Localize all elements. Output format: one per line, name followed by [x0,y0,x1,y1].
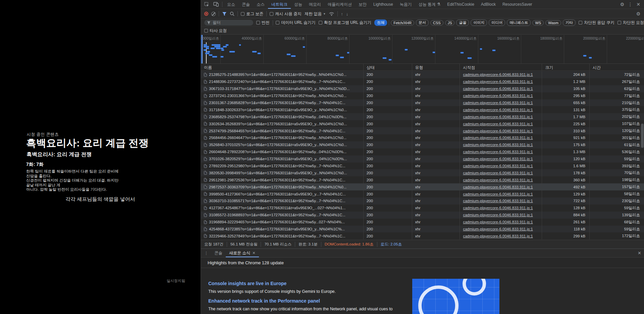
column-header-initiator[interactable]: 시작점 [460,64,542,71]
table-row[interactable]: 30363710-31085571?o=1&v=86&e=1727663011&… [201,197,644,205]
initiator-link[interactable]: cadmium-playercore-6.0046.833.911.js:1 [463,150,533,154]
tab-보안[interactable]: 보안 [355,0,370,9]
drawer-tab-console[interactable]: 콘솔 [211,249,226,257]
initiator-link[interactable]: cadmium-playercore-6.0046.833.911.js:1 [463,192,533,196]
disable-cache-checkbox[interactable]: 캐시 사용 중지 [270,11,302,17]
tab-애플리케이션[interactable]: 애플리케이션 [324,0,355,9]
request-name[interactable]: 32229466-32527849?o=1&v=86&e=1727663011&… [201,232,364,239]
clear-network-log-icon[interactable] [211,12,216,16]
close-drawer-icon[interactable]: ✕ [638,251,641,256]
request-name[interactable]: 31968894-32229465?o=1&v=86&e=1727663011&… [201,219,364,226]
tab-resourcessaver[interactable]: ResourcesSaver [499,0,536,9]
initiator-link[interactable]: cadmium-playercore-6.0046.833.911.js:1 [463,178,533,182]
tab-콘솔[interactable]: 콘솔 [238,0,253,9]
filter-chip-문서[interactable]: 문서 [416,19,429,26]
request-name[interactable]: 21488396-22737240?o=1&v=86&e=1727663011&… [201,78,364,85]
initiator-link[interactable]: cadmium-playercore-6.0046.833.911.js:1 [463,227,533,231]
request-name[interactable]: 22737241-23031366?o=1&v=86&e=1727663011&… [201,92,364,99]
initiator-link[interactable]: cadmium-playercore-6.0046.833.911.js:1 [463,73,533,77]
drawer-menu-icon[interactable]: ⋮ [201,249,211,257]
request-name[interactable]: 3302634-3526839?o=1&v=86&e=1727663011&t=… [201,120,364,127]
section-heading-link[interactable]: Enhanced network track in the Performanc… [208,298,406,304]
table-row[interactable]: 26604648-27892208?o=1&v=86&e=1727663011&… [201,148,644,155]
settings-gear-icon[interactable]: ⚙ [619,2,625,7]
search-icon[interactable] [230,11,234,16]
initiator-link[interactable]: cadmium-playercore-6.0046.833.911.js:1 [463,129,533,133]
request-name[interactable]: 25374799-25684455?o=1&v=86&e=1727663011&… [201,127,364,134]
initiator-link[interactable]: cadmium-playercore-6.0046.833.911.js:1 [463,206,533,210]
table-row[interactable]: 3526840-3701025?o=1&v=86&e=1727663011&t=… [201,141,644,148]
request-name[interactable]: 31085572-31968893?o=1&v=86&e=1727663011&… [201,212,364,219]
request-name[interactable]: 4254868-4372385?o=1&v=86&e=1727663011&t=… [201,226,364,233]
filter-chip-미디어[interactable]: 미디어 [489,19,505,26]
table-row[interactable]: 23685829-25374798?o=1&v=86&e=1727663011&… [201,113,644,120]
table-row[interactable]: 3701026-3820529?o=1&v=86&e=1727663011&t=… [201,155,644,163]
section-heading-link[interactable]: Console insights are live in Europe [208,281,406,286]
initiator-link[interactable]: cadmium-playercore-6.0046.833.911.js:1 [463,80,533,84]
tab-네트워크[interactable]: 네트워크 [268,0,291,9]
table-row[interactable]: 29512981-29872536?o=1&v=86&e=1727663011&… [201,176,644,183]
blocked-requests-checkbox[interactable]: 차단된 요청 [618,20,644,26]
request-name[interactable]: 3701026-3820529?o=1&v=86&e=1727663011&t=… [201,155,364,163]
table-row[interactable]: 31085572-31968893?o=1&v=86&e=1727663011&… [201,212,644,219]
video-thumbnail[interactable]: new [412,279,499,314]
request-name[interactable]: 29872537-30363709?o=1&v=86&e=1727663011&… [201,183,364,190]
request-name[interactable]: 26604648-27892208?o=1&v=86&e=1727663011&… [201,148,364,155]
tab-메모리[interactable]: 메모리 [306,0,324,9]
table-row[interactable]: 22737241-23031366?o=1&v=86&e=1727663011&… [201,92,644,99]
more-options-icon[interactable]: ⋮ [627,2,633,7]
table-row[interactable]: 21285275-21488395?o=1&v=86&e=1727663011&… [201,71,644,78]
close-whats-new-tab-icon[interactable]: ✕ [252,251,255,255]
table-row[interactable]: 3820530-3998499?o=1&v=86&e=1727663011&t=… [201,169,644,176]
import-har-icon[interactable]: ↑ [341,11,343,16]
initiator-link[interactable]: cadmium-playercore-6.0046.833.911.js:1 [463,94,533,98]
column-header-time[interactable]: 시간 [590,64,644,71]
initiator-link[interactable]: cadmium-playercore-6.0046.833.911.js:1 [463,199,533,203]
initiator-link[interactable]: cadmium-playercore-6.0046.833.911.js:1 [463,157,533,161]
table-scrollbar-thumb[interactable] [641,124,644,148]
table-row[interactable]: 4254868-4372385?o=1&v=86&e=1727663011&t=… [201,226,644,233]
table-row[interactable]: 3171848-3302633?o=1&v=86&e=1727663011&t=… [201,106,644,113]
column-header-type[interactable]: 유형 [412,64,460,71]
initiator-link[interactable]: cadmium-playercore-6.0046.833.911.js:1 [463,234,533,238]
tab-editthiscookie[interactable]: EditThisCookie [444,0,478,9]
table-row[interactable]: 29872537-30363709?o=1&v=86&e=1727663011&… [201,183,644,190]
tab-adblock[interactable]: AdBlock [478,0,499,9]
blocked-cookies-checkbox[interactable]: 차단된 응답 쿠키 [579,20,614,26]
filter-chip-매니페스트[interactable]: 매니페스트 [507,19,531,26]
filter-chip-ws[interactable]: WS [532,20,544,26]
request-name[interactable]: 3171848-3302633?o=1&v=86&e=1727663011&t=… [201,106,364,113]
drawer-tab-whats-new[interactable]: 새로운 소식 ✕ [226,249,259,257]
request-name[interactable]: 29512981-29872536?o=1&v=86&e=1727663011&… [201,176,364,183]
initiator-link[interactable]: cadmium-playercore-6.0046.833.911.js:1 [463,87,533,91]
filter-chip-글꼴[interactable]: 글꼴 [456,19,469,26]
column-header-size[interactable]: 크기 [542,64,590,71]
filter-input[interactable]: 필터 [204,20,253,26]
request-name[interactable]: 21285275-21488395?o=1&v=86&e=1727663011&… [201,71,364,78]
initiator-link[interactable]: cadmium-playercore-6.0046.833.911.js:1 [463,136,533,140]
tab-요소[interactable]: 요소 [224,0,238,9]
filter-chip-wasm[interactable]: Wasm [545,20,561,26]
initiator-link[interactable]: cadmium-playercore-6.0046.833.911.js:1 [463,115,533,119]
third-party-checkbox[interactable]: 타사 요청 [204,28,227,34]
column-header-status[interactable]: 상태 [364,64,412,71]
initiator-link[interactable]: cadmium-playercore-6.0046.833.911.js:1 [463,164,533,168]
initiator-link[interactable]: cadmium-playercore-6.0046.833.911.js:1 [463,122,533,126]
table-row[interactable]: 3067103-3171847?o=1&v=86&e=1727663011&t=… [201,85,644,92]
export-har-icon[interactable]: ↓ [346,11,348,16]
table-row[interactable]: 23031367-23685828?o=1&v=86&e=1727663011&… [201,99,644,106]
table-row[interactable]: 21488396-22737240?o=1&v=86&e=1727663011&… [201,78,644,85]
request-name[interactable]: 3067103-3171847?o=1&v=86&e=1727663011&t=… [201,85,364,92]
filter-chip-이미지[interactable]: 이미지 [471,19,487,26]
record-network-log-icon[interactable] [204,12,208,16]
network-overview-timeline[interactable]: 20000밀리초40000밀리초60000밀리초80000밀리초100000밀리… [201,35,644,64]
invert-filter-checkbox[interactable]: 반전 [256,20,270,26]
request-name[interactable]: 4127367-4254867?o=1&v=86&e=1727663011&t=… [201,205,364,212]
table-row[interactable]: 3302634-3526839?o=1&v=86&e=1727663011&t=… [201,120,644,127]
filter-chip-전체[interactable]: 전체 [374,19,387,26]
column-header-name[interactable]: 이름 [201,64,364,71]
request-name[interactable]: 3526840-3701025?o=1&v=86&e=1727663011&t=… [201,141,364,148]
table-row[interactable]: 3998500-4127366?o=1&v=86&e=1727663011&t=… [201,190,644,197]
initiator-link[interactable]: cadmium-playercore-6.0046.833.911.js:1 [463,213,533,217]
tab-성능-통계-⚗[interactable]: 성능 통계 ⚗ [415,0,444,9]
